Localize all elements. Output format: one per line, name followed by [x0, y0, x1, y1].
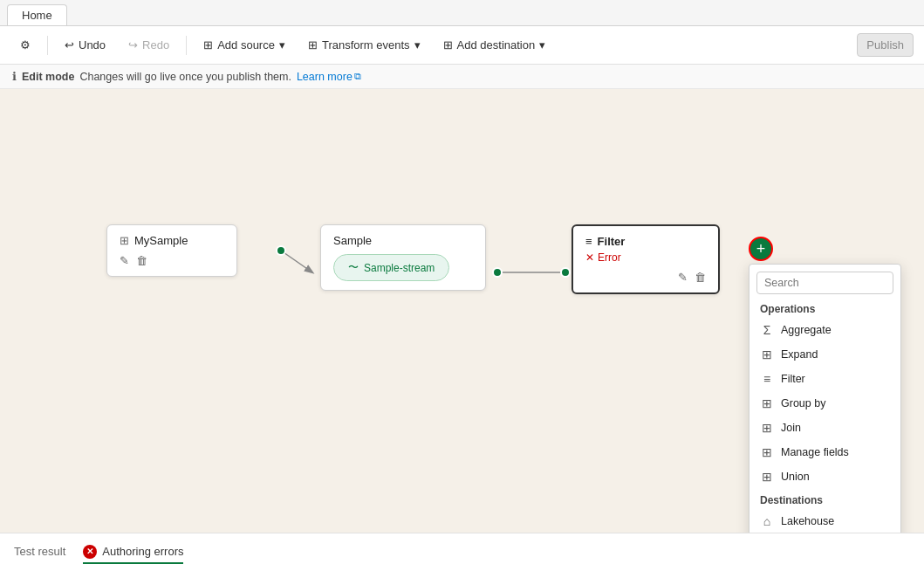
aggregate-icon: Σ — [760, 323, 774, 337]
authoring-errors-tab[interactable]: ✕ Authoring errors — [83, 541, 183, 564]
settings-icon: ⚙ — [20, 38, 31, 52]
sample-node: Sample 〜 Sample-stream — [320, 224, 486, 291]
filter-node-title: ≡ Filter — [585, 235, 706, 248]
redo-icon: ↪ — [128, 38, 138, 52]
learn-more-link[interactable]: Learn more ⧉ — [297, 71, 361, 83]
sample-node-title: Sample — [333, 234, 473, 247]
dropdown-search-input[interactable] — [756, 272, 893, 294]
test-result-tab[interactable]: Test result — [14, 541, 65, 563]
add-destination-button[interactable]: ⊞ Add destination ▾ — [434, 33, 556, 57]
node-title: ⊞ MySample — [120, 234, 224, 247]
edit-mode-description: Changes will go live once you publish th… — [79, 71, 291, 83]
filter-error: ✕ Error — [585, 251, 706, 264]
chevron-down-icon-3: ▾ — [539, 38, 545, 52]
destination-icon: ⊞ — [443, 38, 453, 52]
error-icon: ✕ — [585, 251, 594, 264]
svg-point-3 — [493, 268, 502, 277]
publish-button[interactable]: Publish — [857, 33, 914, 57]
separator-1 — [47, 36, 48, 55]
toolbar: ⚙ ↩ Undo ↪ Redo ⊞ Add source ▾ ⊞ Transfo… — [0, 26, 924, 65]
join-icon: ⊞ — [760, 421, 774, 435]
lakehouse-item[interactable]: ⌂ Lakehouse — [749, 509, 900, 533]
bottom-bar: Test result ✕ Authoring errors — [0, 533, 924, 571]
sample-stream-pill[interactable]: 〜 Sample-stream — [333, 254, 449, 281]
join-item[interactable]: ⊞ Join — [749, 416, 900, 440]
expand-item[interactable]: ⊞ Expand — [749, 342, 900, 367]
settings-button[interactable]: ⚙ — [10, 33, 40, 57]
destinations-section-label: Destinations — [749, 489, 900, 509]
external-link-icon: ⧉ — [354, 71, 361, 82]
union-item[interactable]: ⊞ Union — [749, 464, 900, 489]
separator-2 — [186, 36, 187, 55]
home-tab[interactable]: Home — [7, 4, 67, 25]
group-by-item[interactable]: ⊞ Group by — [749, 391, 900, 416]
error-count-badge: ✕ — [83, 545, 97, 559]
filter-delete-icon[interactable]: 🗑 — [695, 271, 706, 284]
add-source-icon: ⊞ — [203, 38, 213, 52]
filter-edit-icon[interactable]: ✎ — [678, 271, 688, 284]
my-sample-icon: ⊞ — [120, 234, 129, 247]
edit-icon[interactable]: ✎ — [120, 254, 129, 267]
transform-icon: ⊞ — [308, 38, 318, 52]
undo-icon: ↩ — [65, 38, 74, 52]
manage-fields-item[interactable]: ⊞ Manage fields — [749, 440, 900, 464]
lakehouse-icon: ⌂ — [760, 514, 774, 528]
group-by-icon: ⊞ — [760, 396, 774, 410]
redo-button[interactable]: ↪ Redo — [119, 33, 179, 57]
add-node-button[interactable]: + — [749, 237, 773, 261]
my-sample-node: ⊞ MySample ✎ 🗑 — [106, 224, 237, 277]
union-icon: ⊞ — [760, 470, 774, 484]
node-actions: ✎ 🗑 — [120, 254, 224, 267]
filter-node: ≡ Filter ✕ Error ✎ 🗑 — [572, 224, 720, 294]
filter-node-actions: ✎ 🗑 — [585, 271, 706, 284]
chevron-down-icon: ▾ — [279, 38, 285, 52]
add-source-button[interactable]: ⊞ Add source ▾ — [194, 33, 295, 57]
delete-icon[interactable]: 🗑 — [136, 254, 147, 267]
undo-button[interactable]: ↩ Undo — [55, 33, 115, 57]
canvas: ⊞ MySample ✎ 🗑 Sample 〜 Sample-stream ≡ — [0, 89, 924, 533]
manage-fields-icon: ⊞ — [760, 445, 774, 459]
info-icon: ℹ — [12, 70, 17, 83]
transform-events-button[interactable]: ⊞ Transform events ▾ — [298, 33, 430, 57]
expand-icon: ⊞ — [760, 347, 774, 361]
edit-mode-bar: ℹ Edit mode Changes will go live once yo… — [0, 65, 924, 89]
svg-point-4 — [561, 268, 570, 277]
operations-section-label: Operations — [749, 298, 900, 318]
svg-point-1 — [277, 246, 285, 255]
filter-menu-icon: ≡ — [760, 372, 774, 386]
edit-mode-label: Edit mode — [22, 71, 74, 83]
aggregate-item[interactable]: Σ Aggregate — [749, 318, 900, 342]
filter-item[interactable]: ≡ Filter — [749, 367, 900, 391]
dropdown-panel: Operations Σ Aggregate ⊞ Expand ≡ Filter… — [749, 264, 901, 533]
chevron-down-icon-2: ▾ — [414, 38, 421, 52]
filter-icon: ≡ — [585, 235, 592, 248]
stream-icon: 〜 — [348, 260, 359, 275]
svg-line-0 — [281, 251, 312, 272]
